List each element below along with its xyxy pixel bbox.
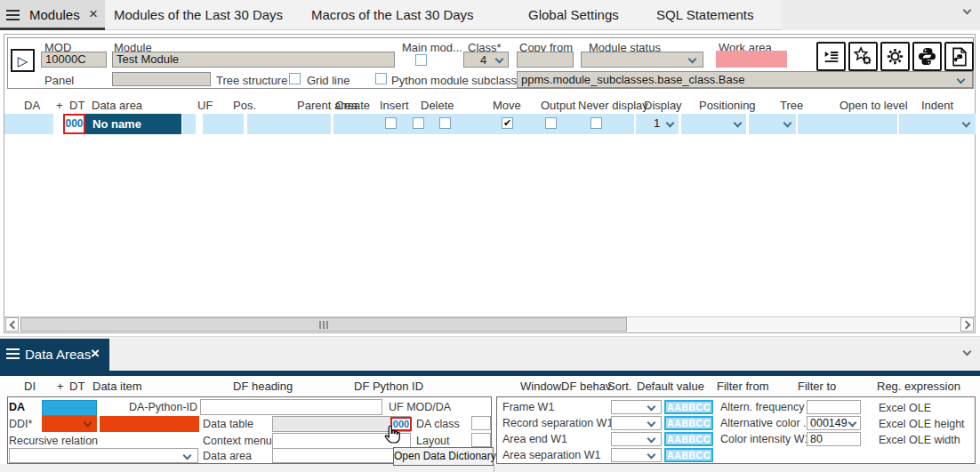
area-separation-w1-label: Area separation W1 [502, 449, 600, 461]
col-uf: UF [197, 99, 213, 112]
grid-line-checkbox[interactable] [289, 73, 301, 84]
altern-frequency-label: Altern. frequency [720, 401, 805, 413]
row-data-area-selected[interactable]: No name [85, 114, 181, 134]
col-positioning: Positioning [699, 99, 756, 112]
python-file-button[interactable] [944, 42, 974, 71]
scroll-left-button[interactable] [5, 317, 19, 332]
data-table-label: Data table [203, 418, 253, 430]
close-icon[interactable]: × [89, 5, 98, 23]
tab-modules-label[interactable]: Modules [29, 7, 80, 22]
python-subclass-select[interactable]: ppms.module_subclasses.base_class.Base [517, 71, 973, 88]
area-end-color-badge[interactable]: AABBCC [664, 432, 713, 446]
frame-w1-color-badge[interactable]: AABBCC [664, 400, 713, 414]
row-cell[interactable] [182, 114, 196, 134]
data-area-field[interactable] [272, 448, 411, 463]
delete-checkbox[interactable] [439, 117, 451, 129]
mod-field[interactable]: 10000C [41, 52, 107, 68]
tab-data-areas[interactable]: Data Areas × [0, 339, 109, 371]
output-checkbox[interactable] [545, 117, 557, 129]
menu-icon[interactable] [6, 348, 20, 350]
python-subclass-checkbox[interactable] [375, 73, 387, 84]
layout-field[interactable] [471, 433, 491, 447]
customize-button[interactable] [848, 42, 878, 71]
tab-macros-last-30-days[interactable]: Macros of the Last 30 Days [311, 7, 474, 22]
settings-button[interactable] [880, 42, 910, 71]
class-select[interactable]: 4 [463, 52, 509, 68]
chevron-down-icon [688, 55, 697, 64]
tab-modules[interactable]: Modules × [0, 0, 105, 30]
frame-w1-select[interactable] [611, 400, 662, 414]
row-cell-open-to-level[interactable] [798, 114, 897, 134]
chevron-down-icon [495, 55, 504, 64]
area-end-w1-select[interactable] [611, 432, 662, 446]
tab-data-areas-label[interactable]: Data Areas [25, 347, 91, 362]
record-separation-w1-select[interactable] [611, 416, 662, 430]
chevron-down-icon [734, 119, 743, 128]
scroll-right-icon [962, 321, 971, 330]
play-icon: ▷ [18, 54, 28, 68]
never-display-checkbox[interactable] [590, 117, 602, 129]
run-module-button[interactable] [816, 42, 846, 71]
module-field[interactable]: Test Module [112, 52, 395, 68]
positioning-select[interactable] [681, 114, 746, 134]
alternative-color-select[interactable]: 000149 [807, 416, 861, 430]
copy-from-field[interactable] [517, 52, 574, 68]
ddi-select[interactable] [42, 416, 97, 432]
bcol-df-heading: DF heading [233, 380, 293, 393]
module-status-select[interactable] [581, 52, 703, 68]
menu-icon[interactable] [6, 10, 20, 12]
col-display: Display [644, 99, 682, 112]
tab-sql-statements[interactable]: SQL Statements [656, 7, 754, 22]
da-field[interactable] [42, 400, 97, 416]
da-python-id-field[interactable] [200, 399, 382, 415]
insert-checkbox[interactable] [413, 117, 424, 129]
bcol-dt: DT [69, 380, 84, 393]
altern-frequency-field[interactable] [807, 400, 861, 414]
python-file-icon [950, 47, 969, 67]
tab-global-settings[interactable]: Global Settings [528, 7, 619, 22]
da-class-field[interactable] [471, 416, 491, 430]
scroll-right-button[interactable] [960, 317, 974, 332]
ddi-field[interactable] [100, 416, 199, 432]
tree-select[interactable] [749, 114, 796, 134]
bottom-tab-bar [0, 336, 980, 371]
display-select[interactable]: 1 [636, 114, 679, 134]
main-mod-checkbox[interactable] [415, 54, 427, 66]
cursor-pointer-icon [382, 423, 403, 446]
layout-label: Layout [416, 435, 450, 447]
row-cell-da[interactable] [4, 114, 53, 134]
bcol-di: DI [24, 380, 36, 393]
add-row-button[interactable]: + [56, 99, 63, 112]
indent-select[interactable] [899, 114, 976, 134]
execute-module-button[interactable]: ▷ [11, 49, 35, 72]
scrollbar-thumb[interactable] [20, 317, 627, 332]
scroll-left-icon [10, 321, 19, 330]
grid-line-label: Grid line [307, 74, 349, 87]
row-dt-code[interactable]: 000 [63, 114, 85, 134]
bcol-data-item: Data item [92, 380, 142, 393]
panel-splitter[interactable] [494, 464, 494, 472]
record-separation-w1-label: Record separation W1 [502, 417, 613, 429]
color-intensity-field[interactable]: 80 [807, 432, 861, 446]
row-cell-uf[interactable] [203, 114, 244, 134]
col-move: Move [493, 99, 521, 112]
create-checkbox[interactable] [385, 117, 397, 129]
panel-field[interactable] [112, 72, 211, 86]
recursive-relation-select[interactable] [9, 448, 198, 463]
chevron-down-icon [848, 419, 857, 428]
main-mod-label: Main mod... [402, 41, 462, 54]
tab-modules-last-30-days[interactable]: Modules of the Last 30 Days [114, 7, 283, 22]
display-value: 1 [654, 116, 660, 130]
chevron-down-icon [647, 435, 656, 444]
chevron-down-icon [647, 451, 656, 460]
python-button[interactable] [912, 42, 942, 71]
record-separation-color-badge[interactable]: AABBCC [664, 416, 713, 430]
color-intensity-label: Color intensity W1 [720, 433, 810, 445]
close-icon[interactable]: × [91, 345, 100, 363]
work-area-field[interactable] [716, 51, 787, 68]
area-separation-color-badge[interactable]: AABBCC [664, 448, 713, 462]
row-cell-parent-area[interactable] [247, 114, 331, 134]
area-separation-w1-select[interactable] [611, 448, 662, 462]
move-checkbox[interactable]: ✔ [502, 117, 513, 129]
add-item-button[interactable]: + [57, 380, 64, 393]
